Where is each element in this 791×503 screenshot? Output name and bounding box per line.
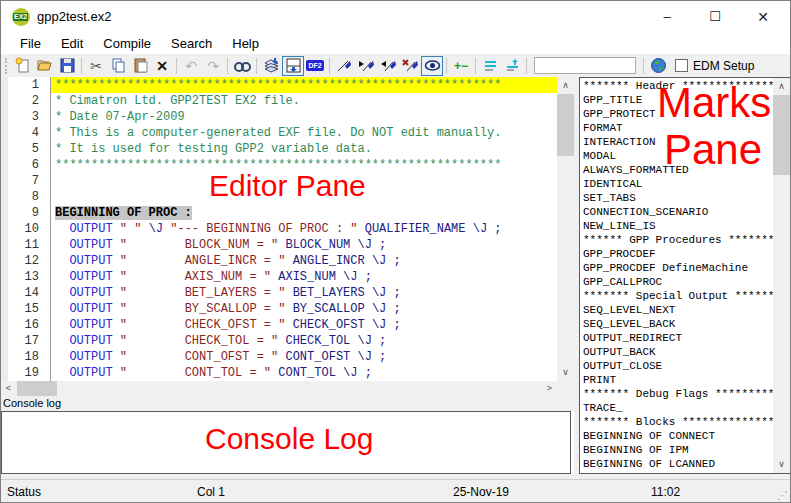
code-text[interactable]: * Cimatron Ltd. GPP2TEST EX2 file.	[51, 93, 557, 109]
mark-item[interactable]: GPP_PROCDEF	[580, 247, 773, 261]
code-line[interactable]: 11 OUTPUT " BLOCK_NUM = " BLOCK_NUM \J ;	[1, 237, 557, 253]
redo-button[interactable]: ↷	[202, 56, 224, 76]
code-text[interactable]: OUTPUT " CHECK_TOL = " CHECK_TOL \J ;	[51, 333, 557, 349]
menu-item-file[interactable]: File	[10, 34, 51, 53]
mark-item[interactable]: BEGINNING OF LCANNED	[580, 457, 773, 471]
code-line[interactable]: 15 OUTPUT " BY_SCALLOP = " BY_SCALLOP \J…	[1, 301, 557, 317]
resize-grip[interactable]: ⋰	[777, 489, 788, 502]
globe-button[interactable]	[647, 56, 669, 76]
prev-mark-button[interactable]	[377, 56, 399, 76]
marks-vscroll-thumb[interactable]	[773, 95, 790, 175]
menu-item-compile[interactable]: Compile	[93, 34, 161, 53]
mark-item[interactable]: BEGINNING OF IPM	[580, 443, 773, 457]
menu-item-edit[interactable]: Edit	[51, 34, 93, 53]
code-text[interactable]: OUTPUT " ANGLE_INCR = " ANGLE_INCR \J ;	[51, 253, 557, 269]
code-line[interactable]: 5* It is used for testing GPP2 variable …	[1, 141, 557, 157]
mark-item[interactable]: ******* Blocks ******************	[580, 415, 773, 429]
mark-item[interactable]: CONNECTION_SCENARIO	[580, 205, 773, 219]
mark-item[interactable]: PRINT	[580, 373, 773, 387]
code-line[interactable]: 1***************************************…	[1, 77, 557, 93]
code-text[interactable]: OUTPUT " BLOCK_NUM = " BLOCK_NUM \J ;	[51, 237, 557, 253]
mark-item[interactable]: ******* Debug Flags *************	[580, 387, 773, 401]
code-text[interactable]: ****************************************…	[51, 77, 557, 93]
console-pane-toggle-button[interactable]	[282, 56, 304, 76]
maximize-button[interactable]: ☐	[692, 1, 738, 33]
open-folder-button[interactable]	[34, 56, 56, 76]
undo-button[interactable]: ↶	[180, 56, 202, 76]
editor-horizontal-scrollbar[interactable]: < >	[1, 381, 574, 396]
menu-item-help[interactable]: Help	[222, 34, 269, 53]
code-text[interactable]: OUTPUT " CONT_OFST = " CONT_OFST \J ;	[51, 349, 557, 365]
mark-item[interactable]: SET_TABS	[580, 191, 773, 205]
mark-item[interactable]: GPP_CALLPROC	[580, 275, 773, 289]
mark-item[interactable]: OUTPUT_BACK	[580, 345, 773, 359]
code-line[interactable]: 13 OUTPUT " AXIS_NUM = " AXIS_NUM \J ;	[1, 269, 557, 285]
menu-item-search[interactable]: Search	[161, 34, 222, 53]
code-text[interactable]: * Date 07-Apr-2009	[51, 109, 557, 125]
code-text[interactable]: OUTPUT " CHECK_OFST = " CHECK_OFST \J ;	[51, 317, 557, 333]
code-text[interactable]: OUTPUT " " \J "--- BEGINNING OF PROC : "…	[51, 221, 557, 237]
find-button[interactable]	[231, 56, 253, 76]
code-text[interactable]: * This is a computer-generated EXF file.…	[51, 125, 557, 141]
editor-pane[interactable]: 1***************************************…	[1, 77, 557, 381]
marks-vertical-scrollbar[interactable]: ∧ ∨	[773, 78, 790, 473]
expand-collapse-button[interactable]: +−	[450, 56, 472, 76]
next-mark-button[interactable]	[355, 56, 377, 76]
editor-hscroll-thumb[interactable]	[17, 381, 57, 396]
code-text[interactable]: BEGINNING OF PROC :	[51, 205, 557, 221]
add-mark-button[interactable]	[333, 56, 355, 76]
code-line[interactable]: 19 OUTPUT " CONT_TOL = " CONT_TOL \J ;	[1, 365, 557, 381]
scroll-left-icon[interactable]: <	[1, 381, 16, 396]
mark-item[interactable]: ****** GPP Procedures ***********	[580, 233, 773, 247]
mark-item[interactable]: SEQ_LEVEL_BACK	[580, 317, 773, 331]
scroll-down-icon[interactable]: ∨	[557, 364, 574, 381]
mark-item[interactable]: ******* Special Output **********	[580, 289, 773, 303]
compile-stack-button[interactable]	[260, 56, 282, 76]
mark-item[interactable]: SEQ_LEVEL_NEXT	[580, 303, 773, 317]
edm-setup-checkbox[interactable]	[675, 59, 688, 72]
code-line[interactable]: 12 OUTPUT " ANGLE_INCR = " ANGLE_INCR \J…	[1, 253, 557, 269]
df2-button[interactable]: DF2	[304, 56, 326, 76]
mark-item[interactable]: IDENTICAL	[580, 177, 773, 191]
editor-vertical-scrollbar[interactable]: ∧ ∨	[557, 77, 574, 381]
code-line[interactable]: 2* Cimatron Ltd. GPP2TEST EX2 file.	[1, 93, 557, 109]
show-marks-button[interactable]	[421, 56, 443, 76]
mark-item[interactable]: GPP_PROCDEF DefineMachine	[580, 261, 773, 275]
scroll-up-icon[interactable]: ∧	[557, 77, 574, 94]
code-line[interactable]: 10 OUTPUT " " \J "--- BEGINNING OF PROC …	[1, 221, 557, 237]
toolbar-grip[interactable]	[5, 58, 10, 74]
cut-button[interactable]: ✂	[85, 56, 107, 76]
code-text[interactable]: OUTPUT " CONT_TOL = " CONT_TOL \J ;	[51, 365, 557, 381]
mark-item[interactable]: NEW_LINE_IS	[580, 219, 773, 233]
code-text[interactable]: OUTPUT " BY_SCALLOP = " BY_SCALLOP \J ;	[51, 301, 557, 317]
code-line[interactable]: 14 OUTPUT " BET_LAYERS = " BET_LAYERS \J…	[1, 285, 557, 301]
paste-button[interactable]	[129, 56, 151, 76]
scroll-right-icon[interactable]: >	[542, 381, 557, 396]
code-line[interactable]: 4* This is a computer-generated EXF file…	[1, 125, 557, 141]
save-button[interactable]	[56, 56, 78, 76]
code-line[interactable]: 16 OUTPUT " CHECK_OFST = " CHECK_OFST \J…	[1, 317, 557, 333]
code-line[interactable]: 9BEGINNING OF PROC :	[1, 205, 557, 221]
minimize-button[interactable]: –	[644, 1, 690, 33]
code-line[interactable]: 3* Date 07-Apr-2009	[1, 109, 557, 125]
code-text[interactable]: * It is used for testing GPP2 variable d…	[51, 141, 557, 157]
delete-mark-button[interactable]	[399, 56, 421, 76]
new-file-button[interactable]	[12, 56, 34, 76]
close-button[interactable]: ✕	[740, 1, 786, 33]
mark-item[interactable]: OUTPUT_REDIRECT	[580, 331, 773, 345]
code-text[interactable]: OUTPUT " AXIS_NUM = " AXIS_NUM \J ;	[51, 269, 557, 285]
scroll-up-icon[interactable]: ∧	[773, 78, 790, 95]
mark-item[interactable]: BEGINNING OF CONNECT	[580, 429, 773, 443]
editor-vscroll-thumb[interactable]	[557, 94, 574, 156]
code-line[interactable]: 18 OUTPUT " CONT_OFST = " CONT_OFST \J ;	[1, 349, 557, 365]
scroll-down-icon[interactable]: ∨	[773, 456, 790, 473]
mark-item[interactable]: OUTPUT_CLOSE	[580, 359, 773, 373]
format-lines-button[interactable]	[479, 56, 501, 76]
code-line[interactable]: 17 OUTPUT " CHECK_TOL = " CHECK_TOL \J ;	[1, 333, 557, 349]
copy-button[interactable]	[107, 56, 129, 76]
mark-item[interactable]: TRACE_	[580, 401, 773, 415]
sort-lines-button[interactable]	[501, 56, 523, 76]
toolbar-search-input[interactable]	[534, 57, 636, 74]
delete-button[interactable]: ✕	[151, 56, 173, 76]
code-text[interactable]: OUTPUT " BET_LAYERS = " BET_LAYERS \J ;	[51, 285, 557, 301]
